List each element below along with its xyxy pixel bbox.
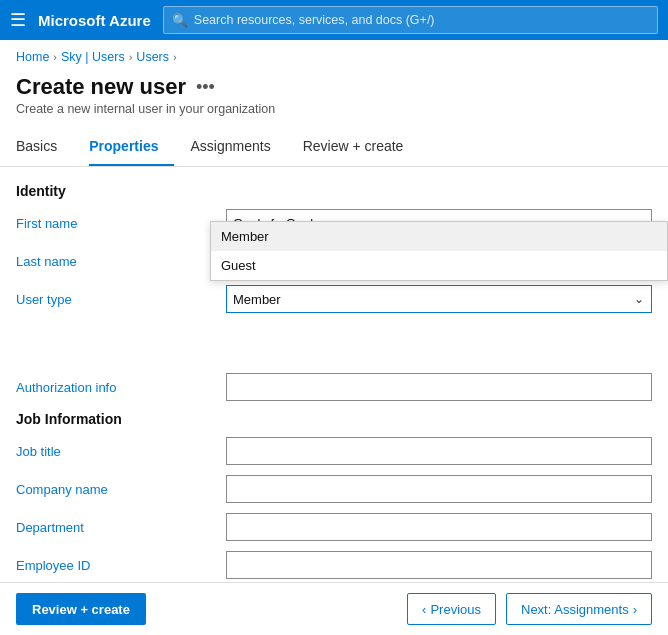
authorization-info-input[interactable] xyxy=(226,373,652,401)
footer: Review + create ‹ Previous Next: Assignm… xyxy=(0,582,668,635)
company-name-label: Company name xyxy=(16,482,226,497)
identity-section: Identity First name Last name User type … xyxy=(16,183,652,401)
authorization-info-label: Authorization info xyxy=(16,380,226,395)
company-name-row: Company name xyxy=(16,475,652,503)
previous-label: Previous xyxy=(430,602,481,617)
breadcrumb: Home › Sky | Users › Users › xyxy=(0,40,668,70)
job-heading: Job Information xyxy=(16,411,652,427)
previous-button[interactable]: ‹ Previous xyxy=(407,593,496,625)
employee-id-label: Employee ID xyxy=(16,558,226,573)
employee-id-row: Employee ID xyxy=(16,551,652,579)
department-row: Department xyxy=(16,513,652,541)
search-icon: 🔍 xyxy=(172,13,188,28)
footer-nav: ‹ Previous Next: Assignments › xyxy=(407,593,652,625)
tab-assignments[interactable]: Assignments xyxy=(190,130,286,166)
hamburger-icon[interactable]: ☰ xyxy=(10,9,26,31)
page-header: Create new user ••• Create a new interna… xyxy=(0,70,668,124)
department-input[interactable] xyxy=(226,513,652,541)
first-name-label: First name xyxy=(16,216,226,231)
sep1: › xyxy=(53,51,57,63)
user-type-dropdown-wrapper: Member Guest ⌄ xyxy=(226,285,652,313)
tab-review-create[interactable]: Review + create xyxy=(303,130,420,166)
user-type-label: User type xyxy=(16,292,226,307)
user-type-row: User type Member Guest ⌄ xyxy=(16,285,652,313)
tab-basics[interactable]: Basics xyxy=(16,130,73,166)
department-label: Department xyxy=(16,520,226,535)
job-title-input[interactable] xyxy=(226,437,652,465)
breadcrumb-users[interactable]: Users xyxy=(136,50,169,64)
user-type-select[interactable]: Member Guest xyxy=(226,285,652,313)
sep3: › xyxy=(173,51,177,63)
page-title: Create new user xyxy=(16,74,186,100)
tab-properties[interactable]: Properties xyxy=(89,130,174,166)
sep2: › xyxy=(129,51,133,63)
search-placeholder: Search resources, services, and docs (G+… xyxy=(194,13,435,27)
next-assignments-button[interactable]: Next: Assignments › xyxy=(506,593,652,625)
job-title-label: Job title xyxy=(16,444,226,459)
next-label: Next: Assignments xyxy=(521,602,629,617)
page-subtitle: Create a new internal user in your organ… xyxy=(16,102,652,116)
identity-heading: Identity xyxy=(16,183,652,199)
search-bar[interactable]: 🔍 Search resources, services, and docs (… xyxy=(163,6,658,34)
review-create-button[interactable]: Review + create xyxy=(16,593,146,625)
employee-id-input[interactable] xyxy=(226,551,652,579)
topbar: ☰ Microsoft Azure 🔍 Search resources, se… xyxy=(0,0,668,40)
authorization-info-row: Authorization info xyxy=(16,373,652,401)
chevron-left-icon: ‹ xyxy=(422,602,426,617)
company-name-input[interactable] xyxy=(226,475,652,503)
breadcrumb-sky-users[interactable]: Sky | Users xyxy=(61,50,125,64)
last-name-label: Last name xyxy=(16,254,226,269)
user-type-dropdown-menu: Member Guest xyxy=(210,221,668,281)
chevron-right-icon: › xyxy=(633,602,637,617)
tabs-container: Basics Properties Assignments Review + c… xyxy=(0,130,668,167)
dropdown-option-member[interactable]: Member xyxy=(211,222,667,251)
job-section: Job Information Job title Company name D… xyxy=(16,411,652,579)
brand-name: Microsoft Azure xyxy=(38,12,151,29)
dropdown-option-guest[interactable]: Guest xyxy=(211,251,667,280)
breadcrumb-home[interactable]: Home xyxy=(16,50,49,64)
job-title-row: Job title xyxy=(16,437,652,465)
more-options-icon[interactable]: ••• xyxy=(196,77,215,98)
main-content: Identity First name Last name User type … xyxy=(0,167,668,579)
